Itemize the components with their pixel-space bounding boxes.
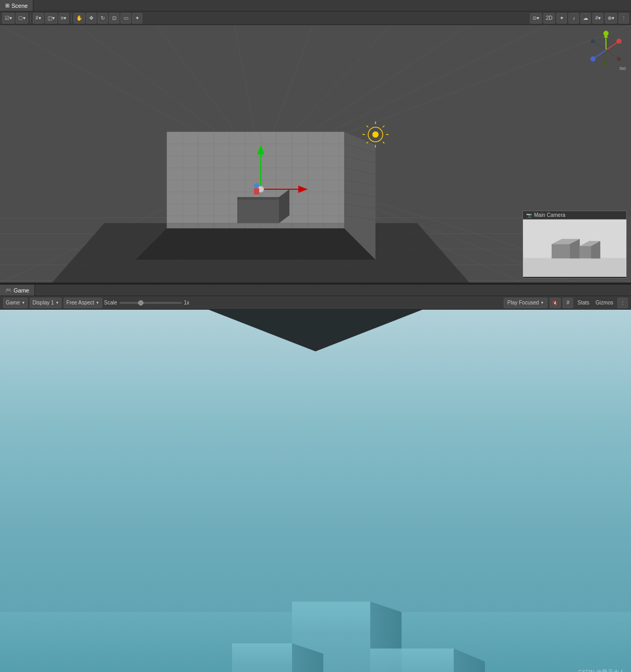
tools-btn[interactable]: ⬡▾: [16, 13, 28, 23]
scene-toggle-btn[interactable]: #▾: [592, 13, 603, 23]
rotate-icon: ↻: [101, 15, 105, 21]
2d-btn[interactable]: 2D: [543, 13, 555, 23]
grid-btn[interactable]: #▾: [33, 13, 44, 23]
watermark: CSDN @栗子大人: [578, 668, 625, 672]
game-viewport[interactable]: CSDN @栗子大人: [0, 310, 631, 672]
svg-point-99: [617, 57, 621, 61]
stats-btn[interactable]: Stats: [575, 299, 591, 306]
2d-label: 2D: [546, 15, 553, 21]
svg-point-97: [604, 61, 608, 65]
persp-icon: ⊙: [532, 15, 537, 21]
fx-btn[interactable]: ☁: [580, 13, 591, 23]
hand-icon: ✋: [76, 15, 82, 21]
scene-tab[interactable]: ⊞ Scene: [0, 0, 33, 11]
grid-game-btn[interactable]: #: [563, 298, 573, 308]
game-tab-icon: 🎮: [5, 287, 11, 293]
scene-tab-label: Scene: [11, 3, 28, 9]
svg-point-93: [616, 39, 622, 44]
svg-rect-69: [237, 197, 279, 223]
camera-preview-content: [523, 219, 626, 277]
view-btn[interactable]: ≡▾: [58, 13, 69, 23]
svg-point-80: [372, 131, 379, 138]
gizmos-scene-icon: ⊕: [608, 15, 612, 21]
play-focused-btn[interactable]: Play Focused ▼: [504, 298, 548, 308]
aspect-dropdown[interactable]: Free Aspect ▼: [64, 298, 102, 308]
scale-icon: ⊡: [112, 15, 116, 21]
light-icon: ✦: [560, 15, 564, 21]
aspect-dropdown-arrow: ▼: [96, 301, 100, 304]
transform-tool-btn[interactable]: ✦: [132, 13, 142, 23]
scene-tab-bar: ⊞ Scene: [0, 0, 631, 11]
scene-gizmo[interactable]: Iso: [585, 29, 627, 71]
scene-more-btn[interactable]: ⋮: [618, 13, 629, 23]
hand-tool-btn[interactable]: ✋: [74, 13, 85, 23]
rect-icon: ▭: [124, 15, 128, 21]
audio-mute-icon: 🔇: [552, 300, 558, 306]
audio-mute-btn[interactable]: 🔇: [550, 298, 561, 308]
scale-slider[interactable]: [119, 302, 182, 304]
scale-slider-thumb[interactable]: [138, 300, 143, 306]
scene-viewport[interactable]: Iso 📷 Main Camera: [0, 25, 631, 283]
scale-slider-container: 1x: [119, 300, 190, 306]
persp-btn[interactable]: ⊙▾: [530, 13, 542, 23]
scene-toolbar-right: ⊙▾ 2D ✦ ♪ ☁ #▾ ⊕▾ ⋮: [530, 13, 629, 23]
watermark-text: CSDN @栗子大人: [578, 669, 625, 672]
svg-marker-60: [136, 228, 375, 260]
svg-line-92: [606, 42, 617, 50]
camera-preview-title: Main Camera: [534, 212, 565, 218]
iso-label: Iso: [620, 66, 626, 71]
grid-icon: #: [35, 15, 39, 21]
scene-toolbar: ☑▾ ⬡▾ #▾ ◫▾ ≡▾ ✋ ✥ ↻ ⊡ ▭ ✦ ⊙▾ 2D ✦: [0, 11, 631, 25]
rotate-tool-btn[interactable]: ↻: [98, 13, 108, 23]
game-tab-bar: 🎮 Game: [0, 285, 631, 296]
audio-scene-btn[interactable]: ♪: [568, 13, 579, 23]
aspect-dropdown-label: Free Aspect: [66, 300, 94, 306]
scale-value: 1x: [184, 300, 190, 306]
game-dropdown[interactable]: Game ▼: [3, 298, 28, 308]
svg-rect-105: [552, 244, 569, 259]
grid-game-icon: #: [567, 300, 570, 306]
checkbox-icon: ☑: [5, 15, 9, 21]
game-toolbar: Game ▼ Display 1 ▼ Free Aspect ▼ Scale 1…: [0, 296, 631, 310]
gizmos-scene-btn[interactable]: ⊕▾: [605, 13, 617, 23]
gizmos-btn[interactable]: Gizmos: [593, 299, 615, 306]
camera-preview-panel: 📷 Main Camera: [523, 211, 627, 278]
fx-icon: ☁: [583, 15, 588, 21]
view-icon: ≡: [61, 15, 64, 21]
transform-icon: ✦: [135, 15, 139, 21]
audio-scene-icon: ♪: [573, 15, 575, 21]
gizmo-svg: [585, 29, 627, 71]
rect-tool-btn[interactable]: ▭: [120, 13, 131, 23]
camera-icon: 📷: [526, 213, 532, 218]
svg-rect-103: [524, 258, 626, 277]
scene-more-icon: ⋮: [621, 15, 626, 21]
scale-label: Scale: [104, 300, 117, 306]
game-more-btn[interactable]: ⋮: [617, 298, 628, 308]
game-3d-view: [0, 310, 631, 672]
move-icon: ✥: [89, 15, 93, 21]
svg-point-77: [254, 183, 259, 188]
game-tab[interactable]: 🎮 Game: [0, 285, 35, 296]
scene-toggle-icon: #: [595, 15, 598, 21]
svg-point-91: [603, 31, 609, 36]
camera-preview-header: 📷 Main Camera: [523, 211, 626, 219]
separator-2: [71, 14, 71, 23]
layers-icon: ◫: [47, 15, 52, 21]
tools-icon: ⬡: [18, 15, 23, 21]
layers-btn[interactable]: ◫▾: [45, 13, 57, 23]
play-focused-arrow: ▼: [540, 301, 544, 304]
svg-rect-78: [254, 188, 259, 194]
scale-tool-btn[interactable]: ⊡: [109, 13, 119, 23]
svg-point-95: [590, 56, 596, 62]
game-dropdown-arrow: ▼: [21, 301, 25, 304]
svg-rect-70: [237, 197, 279, 200]
game-more-icon: ⋮: [620, 300, 625, 306]
light-btn[interactable]: ✦: [556, 13, 567, 23]
rect-transform-btn[interactable]: ☑▾: [2, 13, 15, 23]
game-dropdown-label: Game: [6, 300, 20, 306]
svg-point-101: [591, 39, 595, 43]
display-dropdown[interactable]: Display 1 ▼: [30, 298, 62, 308]
svg-line-98: [606, 50, 617, 58]
move-tool-btn[interactable]: ✥: [86, 13, 96, 23]
display-dropdown-arrow: ▼: [55, 301, 59, 304]
